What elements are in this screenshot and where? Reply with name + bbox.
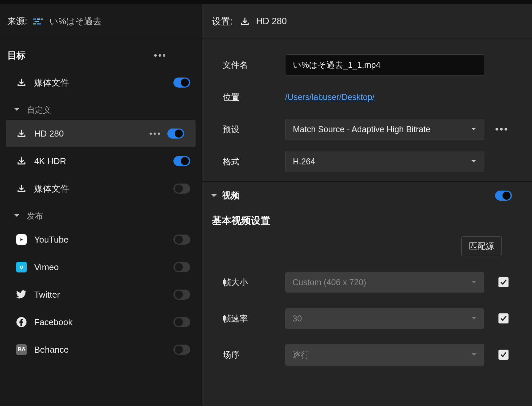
frame-size-match-checkbox[interactable] — [498, 277, 509, 287]
preset-label: 预设 — [223, 124, 285, 135]
publish-label: Vimeo — [34, 262, 173, 272]
settings-header: 设置: HD 280 — [202, 4, 532, 39]
chevron-down-icon — [471, 127, 477, 131]
media-file-2-toggle[interactable] — [173, 184, 190, 194]
field-order-match-checkbox[interactable] — [498, 350, 509, 360]
youtube-toggle[interactable] — [173, 235, 190, 245]
source-label: 来源: — [7, 15, 27, 27]
twitter-icon — [15, 290, 28, 299]
behance-toggle[interactable] — [173, 345, 190, 355]
format-select[interactable]: H.264 — [285, 151, 484, 172]
4k-hdr-toggle[interactable] — [173, 156, 190, 166]
svg-rect-1 — [37, 18, 40, 20]
basic-video-settings-heading: 基本视频设置 — [202, 208, 532, 236]
custom-section-header[interactable]: 自定义 — [0, 96, 202, 120]
filename-input[interactable] — [285, 54, 484, 75]
destinations-title: 目标 — [7, 49, 25, 61]
chevron-down-icon — [13, 107, 21, 113]
svg-rect-0 — [33, 18, 36, 20]
hd-280-toggle[interactable] — [167, 129, 184, 139]
download-icon — [15, 156, 28, 166]
location-link[interactable]: /Users/labuser/Desktop/ — [285, 92, 375, 102]
chevron-down-icon — [471, 159, 477, 163]
download-icon — [15, 129, 28, 139]
publish-section-header[interactable]: 发布 — [0, 202, 202, 226]
destinations-panel: 来源: い%はそ過去 目标 ••• 媒体文件 自定义 — [0, 4, 202, 406]
publish-section-label: 发布 — [27, 211, 43, 221]
publish-label: Twitter — [34, 290, 173, 300]
frame-rate-value: 30 — [292, 314, 302, 323]
frame-rate-select[interactable]: 30 — [285, 308, 484, 329]
chevron-down-icon — [211, 193, 217, 198]
frame-rate-label: 帧速率 — [223, 313, 285, 324]
filename-label: 文件名 — [223, 59, 285, 70]
match-source-button[interactable]: 匹配源 — [461, 236, 502, 256]
frame-size-label: 帧大小 — [223, 277, 285, 288]
sequence-icon — [33, 17, 43, 26]
svg-rect-4 — [33, 23, 36, 24]
format-label: 格式 — [223, 156, 285, 167]
chevron-down-icon — [13, 213, 21, 219]
svg-rect-3 — [35, 21, 39, 22]
publish-facebook[interactable]: Facebook — [0, 308, 202, 336]
current-preset-name: HD 280 — [256, 16, 287, 27]
destinations-menu-button[interactable]: ••• — [154, 50, 194, 61]
frame-size-value: Custom (406 x 720) — [292, 277, 366, 287]
video-toggle[interactable] — [495, 191, 512, 201]
publish-behance[interactable]: Bē Behance — [0, 336, 202, 363]
preset-select[interactable]: Match Source - Adaptive High Bitrate — [285, 119, 484, 140]
youtube-icon — [15, 234, 28, 245]
vimeo-toggle[interactable] — [173, 262, 190, 272]
publish-label: Facebook — [34, 317, 173, 327]
field-order-select[interactable]: 逐行 — [285, 344, 484, 366]
preset-more-button[interactable]: ••• — [495, 123, 509, 135]
svg-rect-5 — [37, 23, 41, 24]
publish-label: YouTube — [34, 235, 173, 245]
chevron-down-icon — [471, 353, 477, 357]
destination-label: 媒体文件 — [34, 183, 173, 195]
facebook-toggle[interactable] — [173, 317, 190, 327]
source-name: い%はそ過去 — [49, 15, 102, 27]
destination-label: 4K HDR — [34, 156, 173, 166]
video-section-title: 视频 — [222, 190, 240, 201]
settings-panel: 设置: HD 280 文件名 位置 /Users/labuser/Desktop… — [202, 4, 532, 406]
format-value: H.264 — [293, 157, 315, 166]
media-file-toggle[interactable] — [173, 78, 190, 88]
publish-youtube[interactable]: YouTube — [0, 226, 202, 253]
location-label: 位置 — [223, 92, 285, 103]
source-header: 来源: い%はそ過去 — [0, 4, 202, 39]
frame-rate-match-checkbox[interactable] — [498, 313, 509, 323]
publish-twitter[interactable]: Twitter — [0, 281, 202, 308]
facebook-icon — [15, 317, 28, 327]
destination-label: 媒体文件 — [34, 77, 173, 89]
settings-label: 设置: — [212, 15, 233, 28]
destination-4k-hdr[interactable]: 4K HDR — [0, 147, 202, 175]
publish-label: Behance — [34, 345, 173, 355]
behance-icon: Bē — [15, 344, 28, 355]
download-icon — [239, 16, 251, 27]
item-menu-button[interactable]: ••• — [149, 129, 161, 139]
custom-section-label: 自定义 — [27, 105, 51, 115]
publish-vimeo[interactable]: v Vimeo — [0, 253, 202, 281]
chevron-down-icon — [471, 280, 477, 284]
vimeo-icon: v — [15, 262, 28, 272]
svg-rect-2 — [41, 18, 43, 20]
destination-media-file[interactable]: 媒体文件 — [0, 69, 202, 96]
field-order-label: 场序 — [223, 349, 285, 360]
frame-size-select[interactable]: Custom (406 x 720) — [285, 272, 484, 293]
download-icon — [15, 78, 28, 88]
destination-hd-280[interactable]: HD 280 ••• — [6, 120, 196, 147]
chevron-down-icon — [471, 316, 477, 320]
destination-label: HD 280 — [34, 129, 149, 139]
preset-value: Match Source - Adaptive High Bitrate — [293, 124, 430, 134]
video-section-header[interactable]: 视频 — [211, 190, 240, 201]
destination-media-file-2[interactable]: 媒体文件 — [0, 175, 202, 202]
download-icon — [15, 184, 28, 194]
field-order-value: 逐行 — [292, 349, 309, 360]
twitter-toggle[interactable] — [173, 290, 190, 300]
